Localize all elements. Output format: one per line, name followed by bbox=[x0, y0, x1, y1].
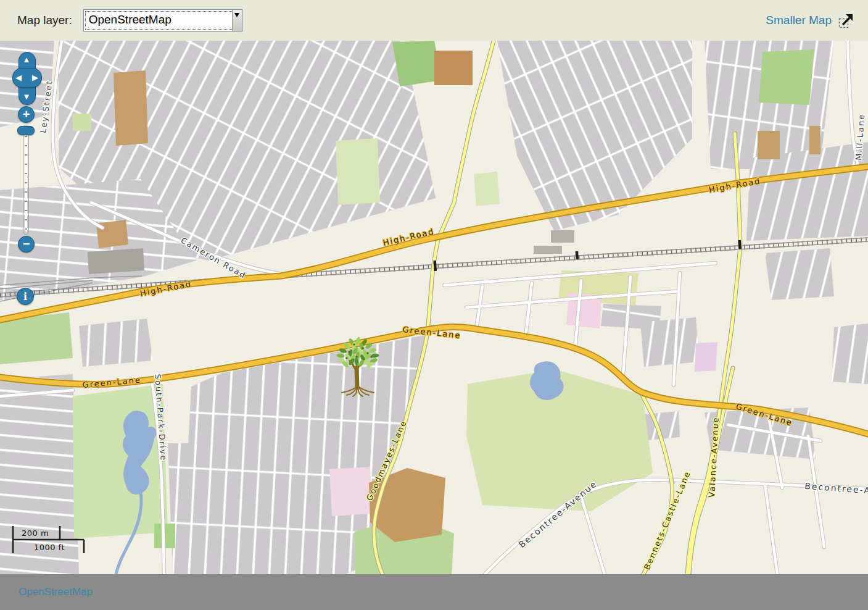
zoom-in-button[interactable]: + bbox=[18, 106, 35, 123]
retail-area bbox=[434, 51, 473, 85]
page: Map layer: OpenStreetMap Smaller Map bbox=[0, 0, 868, 610]
map-canvas: Ley-Street Mill-Lane High-Road High-Road… bbox=[0, 41, 868, 574]
pan-right-button[interactable]: ▶ bbox=[31, 73, 39, 81]
retail-area bbox=[96, 220, 128, 248]
toolbar: Map layer: OpenStreetMap Smaller Map bbox=[0, 0, 868, 41]
park-area bbox=[759, 49, 814, 105]
residential-area bbox=[832, 324, 868, 384]
park-area bbox=[336, 138, 380, 205]
pan-left-button[interactable]: ◀ bbox=[14, 73, 23, 81]
info-button[interactable]: i bbox=[17, 288, 34, 305]
map-viewport[interactable]: Ley-Street Mill-Lane High-Road High-Road… bbox=[0, 41, 868, 574]
map-layer-label: Map layer: bbox=[17, 14, 72, 27]
station-building bbox=[88, 248, 144, 274]
park-area bbox=[474, 172, 500, 206]
building bbox=[551, 230, 574, 243]
residential-area bbox=[640, 317, 700, 367]
retail-area bbox=[809, 126, 820, 154]
attribution-bar: OpenStreetMap bbox=[0, 574, 868, 610]
retail-area bbox=[114, 70, 148, 146]
residential-area bbox=[765, 248, 834, 300]
retail-area bbox=[758, 131, 780, 159]
zoom-out-button[interactable]: − bbox=[18, 236, 35, 253]
residential-area bbox=[79, 319, 153, 367]
map-layer-select[interactable]: OpenStreetMap bbox=[83, 9, 242, 31]
pan-up-button[interactable]: ▲ bbox=[22, 56, 31, 64]
header-right: Smaller Map bbox=[766, 12, 854, 29]
smaller-map-link[interactable]: Smaller Map bbox=[766, 14, 832, 27]
scale-imperial-label: 1000 ft bbox=[34, 543, 65, 552]
map-layer-selected-value: OpenStreetMap bbox=[84, 10, 232, 31]
scale-metric-label: 200 m bbox=[22, 529, 49, 538]
pink-area bbox=[695, 342, 717, 372]
zoom-slider[interactable] bbox=[23, 125, 29, 235]
resize-map-icon[interactable] bbox=[838, 12, 854, 29]
pink-area bbox=[329, 467, 373, 516]
zoom-slider-handle[interactable] bbox=[17, 126, 35, 135]
attribution-link[interactable]: OpenStreetMap bbox=[19, 586, 93, 598]
park-area bbox=[73, 114, 91, 131]
pan-control: ▲ ◀ ▶ ▼ bbox=[12, 52, 42, 105]
select-dropdown-arrow-icon[interactable] bbox=[232, 10, 242, 31]
pan-down-button[interactable]: ▼ bbox=[22, 93, 31, 101]
building bbox=[534, 246, 562, 254]
